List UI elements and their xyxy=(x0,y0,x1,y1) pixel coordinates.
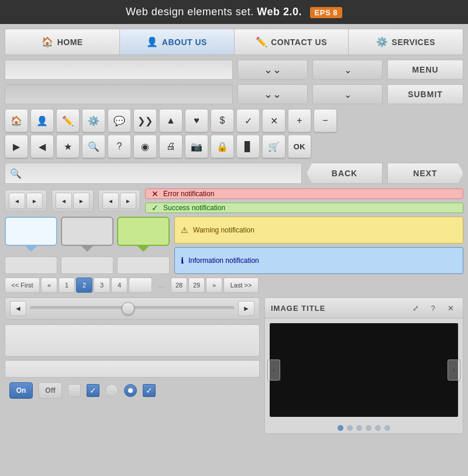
icon-check[interactable]: ✓ xyxy=(236,109,260,132)
icon-chat[interactable]: 💬 xyxy=(108,109,131,132)
slider-track[interactable] xyxy=(30,306,235,311)
page-3[interactable]: 3 xyxy=(94,278,110,293)
media-next-3[interactable]: ► xyxy=(120,193,136,209)
header-bar: Web design elements set. Web 2.0. EPS 8 xyxy=(0,0,468,24)
nav-home[interactable]: 🏠 HOME xyxy=(5,29,120,54)
nav-bar: 🏠 HOME 👤 ABOUT US ✏️ CONTACT US ⚙️ SERVI… xyxy=(5,29,463,55)
nav-about[interactable]: 👤 ABOUT US xyxy=(120,29,235,54)
media-next-2[interactable]: ► xyxy=(73,193,90,209)
search-input-wrap[interactable]: 🔍 xyxy=(5,163,302,184)
icon-ok[interactable]: OK xyxy=(288,135,311,158)
bubble-label-blue xyxy=(5,256,57,274)
panel-dots xyxy=(265,422,463,433)
media-prev-2[interactable]: ◄ xyxy=(56,193,72,209)
dot-4[interactable] xyxy=(366,425,371,431)
header-title-normal: Web design elements set. xyxy=(126,6,254,18)
nav-contact[interactable]: ✏️ CONTACT US xyxy=(235,29,349,54)
icon-minus[interactable]: − xyxy=(314,109,337,132)
page-5[interactable] xyxy=(129,278,152,293)
media-next-1[interactable]: ► xyxy=(26,193,43,209)
page-28[interactable]: 28 xyxy=(171,278,187,293)
page-first[interactable]: << First xyxy=(5,278,40,293)
search-icon: 🔍 xyxy=(10,168,22,179)
icon-print[interactable]: 🖨 xyxy=(159,135,183,158)
icon-arrow-left[interactable]: ◀ xyxy=(30,135,54,158)
dropdown-4[interactable]: ⌄ xyxy=(312,84,383,104)
media-prev-1[interactable]: ◄ xyxy=(9,193,25,209)
page-prev[interactable]: « xyxy=(41,278,57,293)
nav-services[interactable]: ⚙️ SERVICES xyxy=(349,29,463,54)
panel-fullscreen-icon[interactable]: ⤢ xyxy=(409,302,422,314)
toggle-off[interactable]: Off xyxy=(39,382,62,399)
icon-question[interactable]: ? xyxy=(108,135,131,158)
icon-camera[interactable]: 📷 xyxy=(185,135,208,158)
dot-3[interactable] xyxy=(356,425,362,431)
slider-left[interactable]: ◄ xyxy=(10,301,26,316)
icon-chevron-up[interactable]: ▲ xyxy=(159,109,183,132)
icon-plus[interactable]: + xyxy=(288,109,311,132)
icon-bar-chart[interactable]: ▊ xyxy=(236,135,260,158)
textarea-large[interactable] xyxy=(5,324,260,357)
icon-heart[interactable]: ♥ xyxy=(185,109,208,132)
bubble-tail-gray xyxy=(81,246,93,252)
icon-rss[interactable]: ◉ xyxy=(133,135,157,158)
panel-close-icon[interactable]: ✕ xyxy=(444,302,457,314)
icon-star[interactable]: ★ xyxy=(56,135,80,158)
input-field-1[interactable] xyxy=(5,60,233,80)
dot-2[interactable] xyxy=(347,425,353,431)
icon-pencil[interactable]: ✏️ xyxy=(56,109,80,132)
icon-arrow-right[interactable]: ▶ xyxy=(5,135,28,158)
icon-cart[interactable]: 🛒 xyxy=(262,135,285,158)
panel-nav-right[interactable]: › xyxy=(448,359,460,381)
page-next[interactable]: » xyxy=(206,278,222,293)
dot-5[interactable] xyxy=(375,425,381,431)
icon-gear[interactable]: ⚙️ xyxy=(82,109,105,132)
controls-notifs-row: ◄ ► ◄ ► ◄ ► ✕ Error notification ✓ Succe… xyxy=(5,189,463,213)
back-button[interactable]: BACK xyxy=(307,163,383,184)
icon-lock[interactable]: 🔒 xyxy=(211,135,234,158)
info-notification: ℹ Information notification xyxy=(174,247,463,274)
success-icon: ✓ xyxy=(152,203,159,213)
search-input[interactable] xyxy=(25,169,297,178)
search-row: 🔍 BACK NEXT xyxy=(5,163,463,184)
media-prev-3[interactable]: ◄ xyxy=(102,193,119,209)
checkbox-checked[interactable]: ✓ xyxy=(87,384,99,397)
radio-checked[interactable] xyxy=(124,384,137,397)
next-button[interactable]: NEXT xyxy=(387,163,463,184)
icon-close[interactable]: ✕ xyxy=(262,109,285,132)
icon-user[interactable]: 👤 xyxy=(30,109,54,132)
panel-help-icon[interactable]: ? xyxy=(426,302,439,314)
error-label: Error notification xyxy=(163,190,214,198)
icon-chevron-down[interactable]: ❯❯ xyxy=(133,109,157,132)
panel-nav-left[interactable]: ‹ xyxy=(267,359,280,381)
submit-button[interactable]: SUBMIT xyxy=(387,84,463,104)
dot-6[interactable] xyxy=(384,425,390,431)
radio-unchecked[interactable] xyxy=(105,384,118,397)
media-ctrl-2: ◄ ► xyxy=(51,190,94,212)
dropdown-1[interactable]: ⌄⌄ xyxy=(238,60,308,80)
icon-home[interactable]: 🏠 xyxy=(5,109,28,132)
page-4[interactable]: 4 xyxy=(111,278,128,293)
dot-1[interactable] xyxy=(338,425,343,431)
error-notification: ✕ Error notification xyxy=(145,189,463,199)
page-2[interactable]: 2 xyxy=(76,278,92,293)
checkbox-unchecked[interactable] xyxy=(68,384,81,397)
page-29[interactable]: 29 xyxy=(188,278,205,293)
textarea-section xyxy=(5,324,260,378)
icon-search[interactable]: 🔍 xyxy=(82,135,105,158)
page-last[interactable]: Last >> xyxy=(223,278,259,293)
bubble-box-green xyxy=(117,217,170,246)
bubble-label-gray xyxy=(61,256,113,274)
slider-right[interactable]: ► xyxy=(238,301,254,316)
textarea-small[interactable] xyxy=(5,360,260,378)
slider-thumb[interactable] xyxy=(122,302,135,315)
dropdown-3[interactable]: ⌄⌄ xyxy=(238,84,308,104)
checkmark-standalone[interactable]: ✓ xyxy=(143,384,156,397)
page-1[interactable]: 1 xyxy=(58,278,75,293)
menu-button[interactable]: MENU xyxy=(387,60,463,80)
toggle-on[interactable]: On xyxy=(9,382,33,399)
input-field-2[interactable] xyxy=(5,84,233,104)
icon-dollar[interactable]: $ xyxy=(211,109,234,132)
dropdown-2[interactable]: ⌄ xyxy=(312,60,383,80)
success-notification: ✓ Success notification xyxy=(145,203,463,213)
